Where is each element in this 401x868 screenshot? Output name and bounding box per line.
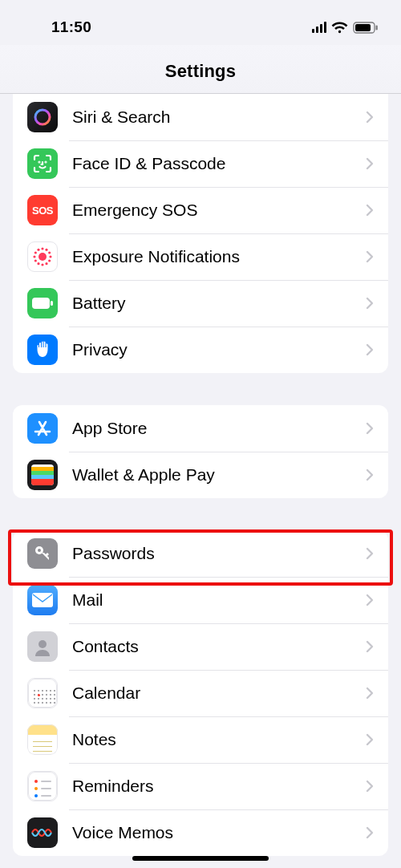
chevron-right-icon: [366, 111, 374, 124]
settings-row-notes[interactable]: Notes: [13, 716, 388, 763]
mail-icon: [27, 585, 58, 615]
wallet-icon: [27, 460, 58, 490]
page-title: Settings: [0, 61, 401, 82]
svg-rect-20: [51, 301, 53, 306]
chevron-right-icon: [366, 594, 374, 606]
key-icon: [27, 538, 58, 569]
contacts-icon: [27, 631, 58, 662]
settings-row-label: Privacy: [72, 340, 128, 359]
battery-icon: [27, 288, 58, 318]
siri-icon: [27, 102, 58, 132]
svg-point-8: [48, 259, 51, 262]
settings-row-siri[interactable]: Siri & Search: [13, 94, 388, 140]
svg-point-6: [38, 253, 47, 261]
settings-row-label: Calendar: [72, 683, 140, 703]
settings-row-label: Reminders: [72, 777, 154, 796]
settings-row-label: Mail: [72, 590, 103, 610]
status-bar: 11:50: [0, 0, 401, 45]
svg-point-9: [45, 262, 47, 265]
settings-row-exposure[interactable]: Exposure Notifications: [13, 233, 388, 280]
settings-row-label: Emergency SOS: [72, 201, 197, 220]
settings-group: App StoreWallet & Apple Pay: [13, 405, 388, 498]
svg-point-13: [33, 255, 35, 258]
svg-point-5: [46, 162, 47, 163]
settings-header: Settings: [0, 45, 401, 94]
chevron-right-icon: [366, 343, 374, 356]
svg-point-12: [34, 259, 37, 262]
svg-point-15: [37, 249, 39, 251]
reminders-icon: [27, 771, 58, 801]
settings-row-label: Exposure Notifications: [72, 247, 240, 266]
chevron-right-icon: [366, 250, 374, 263]
chevron-right-icon: [366, 297, 374, 310]
settings-row-sos[interactable]: SOSEmergency SOS: [13, 187, 388, 233]
settings-row-wallet[interactable]: Wallet & Apple Pay: [13, 452, 388, 498]
appstore-icon: [27, 413, 58, 444]
settings-group: Siri & SearchFace ID & PasscodeSOSEmerge…: [13, 94, 388, 373]
chevron-right-icon: [366, 204, 374, 217]
status-time: 11:50: [22, 18, 91, 36]
svg-point-3: [35, 110, 50, 124]
faceid-icon: [27, 148, 58, 179]
exposure-icon: [27, 241, 58, 272]
svg-point-18: [48, 251, 51, 254]
settings-row-label: Wallet & Apple Pay: [72, 465, 215, 485]
settings-row-privacy[interactable]: Privacy: [13, 327, 388, 373]
svg-point-4: [39, 162, 40, 163]
settings-row-label: App Store: [72, 419, 147, 438]
chevron-right-icon: [366, 157, 374, 170]
chevron-right-icon: [366, 422, 374, 435]
svg-rect-2: [376, 25, 378, 30]
svg-point-7: [49, 255, 51, 258]
settings-row-label: Passwords: [72, 544, 155, 563]
settings-group: PasswordsMailContactsCalendarNotesRemind…: [13, 530, 388, 856]
notes-icon: [27, 724, 58, 755]
voicememo-icon: [27, 817, 58, 848]
settings-row-reminders[interactable]: Reminders: [13, 763, 388, 809]
settings-row-label: Battery: [72, 294, 126, 313]
settings-row-label: Siri & Search: [72, 107, 171, 127]
svg-rect-23: [32, 593, 53, 607]
svg-point-22: [38, 549, 41, 552]
svg-point-17: [45, 249, 47, 251]
chevron-right-icon: [366, 640, 374, 653]
cellular-icon: [312, 22, 327, 33]
settings-row-calendar[interactable]: Calendar: [13, 670, 388, 716]
settings-row-label: Voice Memos: [72, 823, 173, 842]
settings-row-label: Contacts: [72, 637, 139, 656]
chevron-right-icon: [366, 733, 374, 746]
chevron-right-icon: [366, 547, 374, 560]
privacy-hand-icon: [27, 335, 58, 365]
chevron-right-icon: [366, 780, 374, 793]
svg-point-14: [34, 251, 37, 254]
wifi-icon: [331, 22, 348, 34]
settings-row-passwords[interactable]: Passwords: [13, 530, 388, 577]
svg-rect-19: [32, 298, 50, 309]
settings-row-voicememos[interactable]: Voice Memos: [13, 809, 388, 856]
settings-row-battery[interactable]: Battery: [13, 280, 388, 327]
settings-row-label: Notes: [72, 730, 116, 749]
svg-point-11: [37, 262, 39, 265]
status-indicators: [312, 22, 379, 34]
sos-icon: SOS: [27, 195, 58, 225]
settings-row-contacts[interactable]: Contacts: [13, 623, 388, 670]
settings-row-appstore[interactable]: App Store: [13, 405, 388, 452]
chevron-right-icon: [366, 687, 374, 700]
svg-point-10: [41, 263, 43, 266]
settings-row-faceid[interactable]: Face ID & Passcode: [13, 140, 388, 187]
chevron-right-icon: [366, 826, 374, 839]
settings-list[interactable]: Siri & SearchFace ID & PasscodeSOSEmerge…: [0, 94, 401, 856]
settings-row-mail[interactable]: Mail: [13, 577, 388, 623]
svg-rect-1: [355, 24, 371, 31]
svg-point-24: [38, 640, 47, 648]
home-indicator[interactable]: [132, 856, 269, 861]
chevron-right-icon: [366, 468, 374, 481]
calendar-icon: [27, 678, 58, 708]
settings-row-label: Face ID & Passcode: [72, 154, 225, 173]
svg-point-16: [41, 247, 43, 249]
battery-status-icon: [353, 22, 379, 34]
